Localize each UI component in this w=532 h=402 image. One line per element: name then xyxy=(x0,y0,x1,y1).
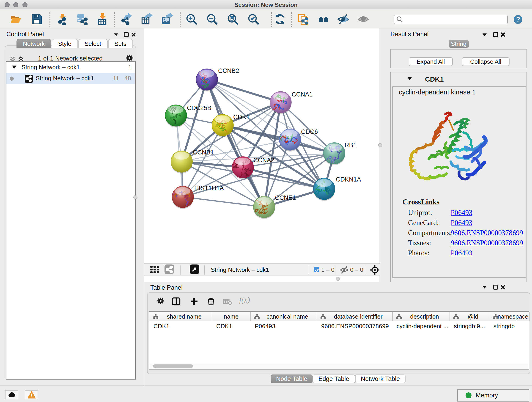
svg-text:CDC25B: CDC25B xyxy=(187,104,211,111)
svg-text:CCNB2: CCNB2 xyxy=(218,67,239,74)
svg-text:CDK1: CDK1 xyxy=(233,114,250,121)
svg-text:CCNE1: CCNE1 xyxy=(275,194,296,201)
svg-text:CCNA2: CCNA2 xyxy=(253,157,274,164)
svg-text:HIST1H1A: HIST1H1A xyxy=(194,185,224,191)
svg-text:CCNA1: CCNA1 xyxy=(292,91,313,98)
svg-text:CDC6: CDC6 xyxy=(301,128,318,135)
svg-text:CCNB1: CCNB1 xyxy=(193,149,214,156)
svg-text:RB1: RB1 xyxy=(345,142,357,148)
svg-text:CDKN1A: CDKN1A xyxy=(336,176,361,183)
